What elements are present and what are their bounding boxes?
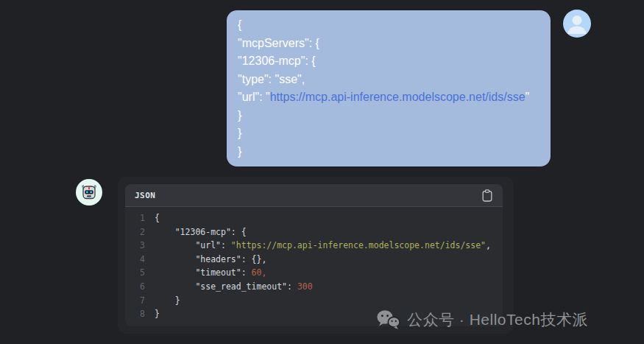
user-message-line: "mcpServers": { xyxy=(238,35,540,53)
person-icon xyxy=(563,10,591,38)
user-message-line: "url": "https://mcp.api-inference.models… xyxy=(238,88,540,107)
user-message-line: } xyxy=(238,143,540,161)
user-message-line: "type": "sse", xyxy=(238,71,540,89)
code-line: 1{ xyxy=(135,211,503,225)
user-message-line: { xyxy=(238,16,540,35)
mcp-url-link[interactable]: https://mcp.api-inference.modelscope.net… xyxy=(270,91,526,103)
robot-icon xyxy=(80,183,98,201)
wechat-icon xyxy=(376,309,400,331)
code-line: 5 "timeout": 60, xyxy=(135,266,503,280)
clipboard-icon xyxy=(482,189,492,202)
user-message-line: } xyxy=(238,124,540,143)
watermark-text: 公众号 · HelloTech技术派 xyxy=(407,309,588,330)
code-language-label: JSON xyxy=(135,191,156,200)
watermark: 公众号 · HelloTech技术派 xyxy=(376,306,588,334)
code-line: 2 "12306-mcp": { xyxy=(135,225,503,239)
user-message-line: } xyxy=(238,107,540,125)
copy-code-button[interactable] xyxy=(481,189,493,202)
code-line: 4 "headers": {}, xyxy=(135,253,503,267)
code-block-header: JSON xyxy=(125,184,503,207)
user-avatar[interactable] xyxy=(563,10,591,38)
user-message-bubble: { "mcpServers": { "12306-mcp": { "type":… xyxy=(227,10,551,166)
user-message-line: "12306-mcp": { xyxy=(238,52,540,71)
code-line: 6 "sse_read_timeout": 300 xyxy=(135,280,503,294)
code-content: 1{ 2 "12306-mcp": { 3 "url": "https://mc… xyxy=(125,207,503,321)
assistant-avatar[interactable] xyxy=(76,179,102,206)
chat-screen: { "mcpServers": { "12306-mcp": { "type":… xyxy=(0,0,644,344)
code-line: 3 "url": "https://mcp.api-inference.mode… xyxy=(135,239,503,253)
